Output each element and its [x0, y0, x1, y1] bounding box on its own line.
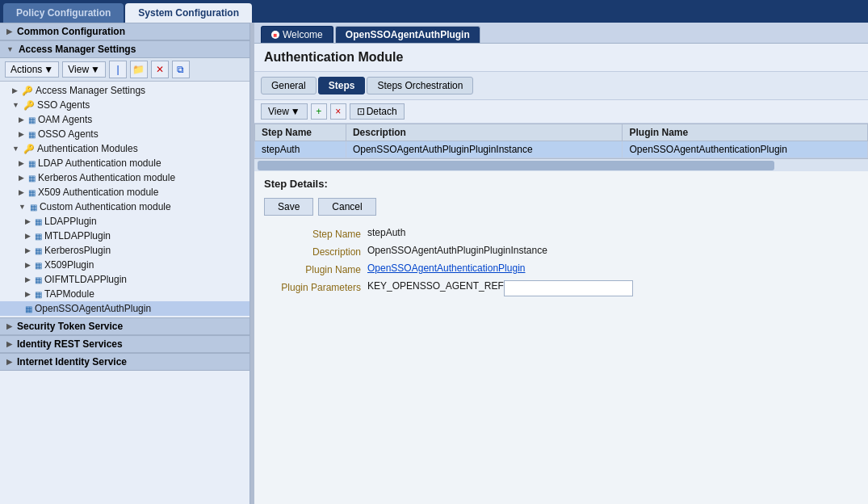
tab-policy-configuration[interactable]: Policy Configuration	[3, 3, 124, 23]
horizontal-scrollbar[interactable]	[254, 158, 868, 171]
tree-label: X509 Authentication module	[38, 187, 158, 198]
cell-step-name: stepAuth	[255, 141, 346, 158]
cancel-button[interactable]: Cancel	[318, 198, 375, 216]
tree-item-oam-agents[interactable]: ▶ ▦ OAM Agents	[0, 112, 249, 127]
step-name-label: Step Name	[264, 227, 361, 240]
actions-bar: Actions ▼ View ▼ | 📁 ✕ ⧉	[0, 58, 249, 82]
tree-item-opensso-plugin[interactable]: ▦ OpenSSOAgentAuthPlugin	[0, 301, 249, 316]
tree-item-sso-agents[interactable]: ▼ 🔑 SSO Agents	[0, 98, 249, 112]
add-step-button[interactable]: +	[311, 103, 327, 120]
tree-label: LDAP Authentication module	[38, 158, 161, 169]
plugin-icon: ▦	[25, 304, 32, 313]
view-label: View	[68, 64, 89, 75]
toolbar-copy-button[interactable]: ⧉	[172, 61, 190, 78]
left-panel: ▶ Common Configuration ▼ Access Manager …	[0, 23, 250, 504]
plugin-params-key: KEY_OPENSSO_AGENT_REF	[367, 280, 504, 292]
detach-icon: ⊡	[357, 106, 365, 117]
toolbar-delete-button[interactable]: ✕	[151, 61, 169, 78]
tree-item-tap-module[interactable]: ▶ ▦ TAPModule	[0, 287, 249, 301]
expand-icon: ▶	[25, 232, 31, 240]
detach-label: Detach	[367, 106, 397, 117]
tree-item-ldap-auth[interactable]: ▶ ▦ LDAP Authentication module	[0, 156, 249, 170]
plugin-name-label: Plugin Name	[264, 262, 361, 275]
tree-item-x509-plugin[interactable]: ▶ ▦ X509Plugin	[0, 258, 249, 272]
top-tab-bar: Policy Configuration System Configuratio…	[0, 0, 868, 23]
section-internet-identity[interactable]: ▶ Internet Identity Service	[0, 353, 249, 371]
grid-icon: ▦	[28, 159, 36, 168]
tab-system-configuration[interactable]: System Configuration	[125, 3, 252, 23]
view-dropdown[interactable]: View ▼	[62, 61, 106, 78]
section-security-token[interactable]: ▶ Security Token Service	[0, 317, 249, 335]
tree-label: OpenSSOAgentAuthPlugin	[35, 303, 151, 314]
welcome-tab-label: Welcome	[283, 29, 323, 40]
plugin-name-link[interactable]: OpenSSOAgentAuthenticationPlugin	[367, 262, 525, 274]
sub-tab-general[interactable]: General	[261, 77, 317, 94]
steps-table-container: Step Name Description Plugin Name stepAu…	[254, 124, 868, 158]
expand-icon: ▶	[19, 174, 24, 182]
tree-label: OIFMTLDAPPlugin	[44, 274, 127, 285]
step-details-title: Step Details:	[264, 178, 858, 190]
tree-label: Authentication Modules	[37, 143, 138, 154]
col-description: Description	[346, 124, 623, 141]
col-plugin-name: Plugin Name	[623, 124, 868, 141]
detach-button[interactable]: ⊡ Detach	[350, 103, 405, 120]
toolbar-icon-button1[interactable]: |	[109, 61, 127, 78]
tree-item-custom-auth[interactable]: ▼ ▦ Custom Authentication module	[0, 200, 249, 214]
tree-item-oifmtldap-plugin[interactable]: ▶ ▦ OIFMTLDAPPlugin	[0, 272, 249, 287]
expand-icon: ▼	[12, 101, 19, 109]
tree-item-kerberos-plugin[interactable]: ▶ ▦ KerberosPlugin	[0, 243, 249, 258]
tree-item-kerberos-auth[interactable]: ▶ ▦ Kerberos Authentication module	[0, 170, 249, 185]
toolbar-folder-button[interactable]: 📁	[130, 61, 148, 78]
grid-icon: ▦	[35, 275, 42, 284]
sub-tab-steps[interactable]: Steps	[318, 77, 366, 94]
detail-row-description: Description OpenSSOAgentAuthPluginPlugin…	[264, 245, 858, 258]
expand-icon: ▶	[6, 322, 12, 330]
expand-common-icon: ▶	[6, 27, 12, 36]
save-button[interactable]: Save	[264, 198, 313, 216]
sub-tab-steps-orchestration[interactable]: Steps Orchestration	[367, 77, 473, 94]
plugin-params-input[interactable]	[504, 280, 633, 296]
section-access-manager[interactable]: ▼ Access Manager Settings	[0, 40, 249, 58]
tree-item-ldap-plugin[interactable]: ▶ ▦ LDAPPlugin	[0, 214, 249, 229]
description-label: Description	[264, 245, 361, 258]
section-common-config-label: Common Configuration	[17, 26, 125, 37]
tree-item-x509-auth[interactable]: ▶ ▦ X509 Authentication module	[0, 185, 249, 200]
scroll-thumb[interactable]	[258, 161, 774, 170]
grid-icon: ▦	[35, 217, 42, 226]
tab-welcome[interactable]: ■ Welcome	[261, 26, 333, 43]
tree-item-access-manager-settings[interactable]: ▶ 🔑 Access Manager Settings	[0, 83, 249, 98]
cell-description: OpenSSOAgentAuthPluginPluginInstance	[346, 141, 623, 158]
table-row[interactable]: stepAuth OpenSSOAgentAuthPluginPluginIns…	[255, 141, 868, 158]
detail-row-plugin-params: Plugin Parameters KEY_OPENSSO_AGENT_REF	[264, 280, 858, 296]
folder-icon: 🔑	[23, 100, 35, 111]
expand-icon: ▶	[12, 86, 18, 94]
expand-icon: ▶	[6, 358, 12, 366]
grid-icon: ▦	[28, 130, 36, 139]
cell-plugin-name: OpenSSOAgentAuthenticationPlugin	[623, 141, 868, 158]
section-common-config[interactable]: ▶ Common Configuration	[0, 23, 249, 40]
expand-icon: ▶	[25, 217, 31, 225]
section-label: Identity REST Services	[17, 338, 123, 350]
view-chevron-icon: ▼	[90, 64, 100, 75]
sub-tab-bar: General Steps Steps Orchestration	[254, 72, 868, 100]
view-dropdown-btn[interactable]: View ▼	[261, 103, 308, 120]
tree-item-mtldap-plugin[interactable]: ▶ ▦ MTLDAPPlugin	[0, 229, 249, 243]
col-step-name: Step Name	[255, 124, 346, 141]
tree-label: MTLDAPPlugin	[44, 230, 111, 242]
tree-item-osso-agents[interactable]: ▶ ▦ OSSO Agents	[0, 127, 249, 141]
save-cancel-bar: Save Cancel	[264, 195, 858, 219]
grid-icon: ▦	[35, 290, 42, 299]
expand-icon: ▶	[25, 290, 31, 298]
detail-row-step-name: Step Name stepAuth	[264, 227, 858, 240]
page-title: Authentication Module	[254, 44, 868, 72]
actions-dropdown[interactable]: Actions ▼	[5, 61, 59, 78]
tab-opensso-plugin[interactable]: OpenSSOAgentAuthPlugin	[335, 26, 480, 43]
section-identity-rest[interactable]: ▶ Identity REST Services	[0, 335, 249, 353]
expand-icon: ▶	[19, 116, 24, 124]
grid-icon: ▦	[28, 188, 36, 197]
tree-label: KerberosPlugin	[44, 245, 111, 256]
tree-label: Access Manager Settings	[36, 85, 145, 96]
tree-item-auth-modules[interactable]: ▼ 🔑 Authentication Modules	[0, 141, 249, 156]
delete-step-button[interactable]: ×	[330, 103, 346, 120]
section-access-manager-label: Access Manager Settings	[19, 44, 136, 55]
